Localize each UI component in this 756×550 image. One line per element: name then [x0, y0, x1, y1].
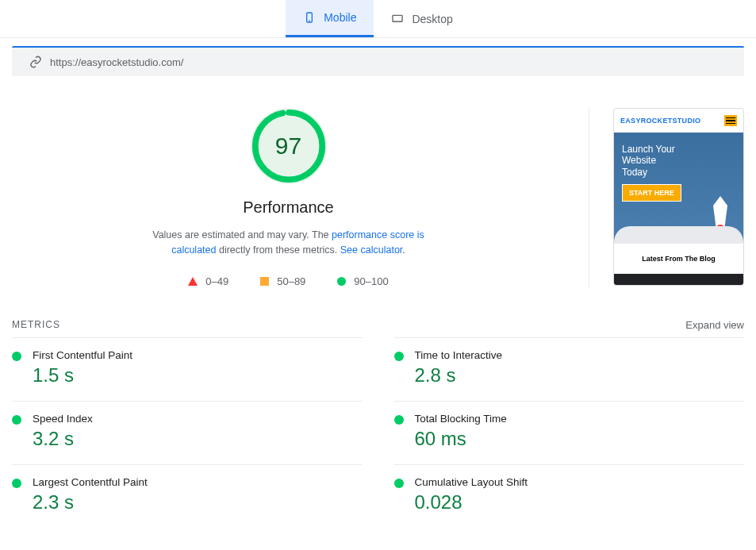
- metric-row[interactable]: Time to Interactive 2.8 s: [394, 337, 745, 401]
- circle-icon: [337, 277, 346, 286]
- triangle-icon: [188, 277, 198, 286]
- metric-row[interactable]: Largest Contentful Paint 2.3 s: [12, 464, 363, 528]
- metric-name: Total Blocking Time: [415, 413, 507, 425]
- metric-value: 1.5 s: [33, 364, 132, 387]
- screenshot-preview: EASYROCKETSTUDIO Launch Your Website Tod…: [613, 108, 744, 287]
- metric-name: Time to Interactive: [415, 349, 503, 361]
- metric-row[interactable]: First Contentful Paint 1.5 s: [12, 337, 363, 401]
- status-dot-icon: [12, 352, 21, 361]
- status-dot-icon: [394, 415, 404, 425]
- tab-mobile[interactable]: Mobile: [286, 0, 374, 37]
- metric-name: Largest Contentful Paint: [33, 476, 148, 488]
- score-legend: 0–49 50–89 90–100: [188, 275, 388, 287]
- performance-description: Values are estimated and may vary. The p…: [130, 228, 447, 258]
- legend-low: 0–49: [188, 275, 228, 287]
- metric-value: 0.028: [415, 491, 528, 513]
- performance-title: Performance: [243, 198, 334, 217]
- preview-blog-heading: Latest From The Blog: [614, 244, 743, 274]
- metric-value: 3.2 s: [33, 428, 93, 450]
- svg-rect-2: [393, 15, 402, 21]
- summary-section: 97 Performance Values are estimated and …: [0, 76, 756, 303]
- preview-hero-text: Launch Your Website Today: [622, 144, 735, 178]
- metric-name: Cumulative Layout Shift: [415, 476, 528, 488]
- performance-column: 97 Performance Values are estimated and …: [12, 108, 589, 287]
- metric-name: First Contentful Paint: [33, 349, 132, 361]
- tab-mobile-label: Mobile: [324, 11, 356, 24]
- metrics-title: METRICS: [12, 319, 60, 330]
- metric-value: 60 ms: [415, 428, 507, 450]
- rocket-icon: [713, 196, 727, 228]
- status-dot-icon: [12, 415, 21, 425]
- tab-desktop[interactable]: Desktop: [374, 2, 470, 37]
- status-dot-icon: [394, 352, 404, 361]
- link-icon: [29, 56, 42, 68]
- metric-value: 2.3 s: [33, 491, 148, 513]
- status-dot-icon: [394, 479, 404, 488]
- metrics-header: METRICS Expand view: [0, 319, 756, 331]
- metric-row[interactable]: Total Blocking Time 60 ms: [394, 401, 745, 464]
- hamburger-icon: [724, 115, 737, 126]
- legend-high: 90–100: [337, 275, 388, 287]
- performance-gauge: 97: [251, 108, 327, 184]
- performance-score: 97: [251, 108, 327, 184]
- tab-desktop-label: Desktop: [412, 13, 452, 25]
- metric-name: Speed Index: [33, 413, 93, 425]
- metric-row[interactable]: Speed Index 3.2 s: [12, 401, 363, 464]
- url-bar: https://easyrocketstudio.com/: [12, 46, 744, 76]
- metric-value: 2.8 s: [415, 364, 503, 387]
- device-tab-bar: Mobile Desktop: [0, 0, 756, 38]
- preview-cta: START HERE: [622, 184, 681, 202]
- legend-mid: 50–89: [260, 275, 305, 287]
- mobile-icon: [303, 11, 316, 24]
- square-icon: [260, 277, 269, 286]
- see-calculator-link[interactable]: See calculator: [340, 244, 403, 256]
- desktop-icon: [391, 13, 404, 25]
- metric-row[interactable]: Cumulative Layout Shift 0.028: [394, 464, 745, 528]
- url-text: https://easyrocketstudio.com/: [50, 56, 183, 68]
- status-dot-icon: [12, 479, 21, 488]
- preview-logo: EASYROCKETSTUDIO: [620, 117, 700, 125]
- metrics-grid: First Contentful Paint 1.5 s Time to Int…: [0, 331, 756, 528]
- expand-view-toggle[interactable]: Expand view: [685, 319, 744, 331]
